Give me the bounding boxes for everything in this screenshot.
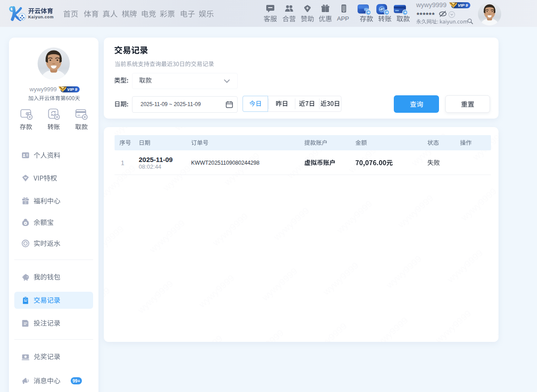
svg-text:VIP 9: VIP 9: [458, 3, 468, 8]
svg-text:VIP 9: VIP 9: [67, 87, 77, 92]
